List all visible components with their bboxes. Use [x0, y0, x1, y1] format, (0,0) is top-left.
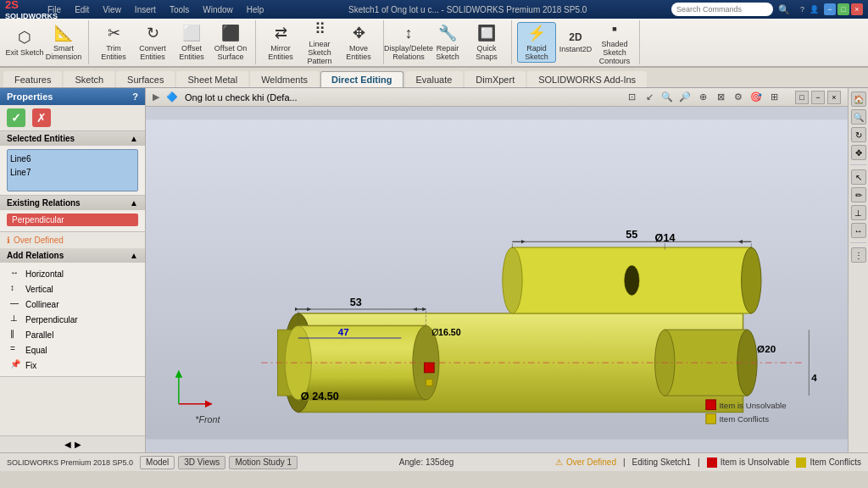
panel-restore-button[interactable]: □	[795, 91, 809, 104]
existing-relations-header[interactable]: Existing Relations ▲	[0, 196, 145, 210]
relation-parallel[interactable]: ∥ Parallel	[7, 327, 138, 342]
fit-view-icon[interactable]: ↙	[642, 90, 657, 105]
nav-next-button[interactable]: ▶	[75, 440, 81, 449]
linear-sketch-pattern-button[interactable]: ⠿ Linear Sketch Pattern	[300, 22, 339, 63]
help-icon[interactable]: ?	[800, 5, 804, 14]
tab-features[interactable]: Features	[3, 71, 62, 87]
section-view-icon[interactable]: ⚙	[731, 90, 746, 105]
model-tab[interactable]: Model	[140, 456, 175, 469]
maximize-button[interactable]: □	[837, 3, 849, 15]
view-selector-icon[interactable]: ⊡	[624, 90, 639, 105]
ribbon-tabs: Features Sketch Surfaces Sheet Metal Wel…	[0, 68, 868, 88]
appearance-icon[interactable]: ⊞	[766, 90, 782, 105]
relation-fix[interactable]: 📌 Fix	[7, 358, 138, 373]
relation-perpendicular[interactable]: ⊥ Perpendicular	[7, 312, 138, 327]
relation-collinear[interactable]: — Collinear	[7, 297, 138, 312]
window-title: Sketch1 of Ong lot u c... - SOLIDWORKS P…	[264, 5, 671, 14]
reject-button[interactable]: ✗	[32, 108, 51, 127]
repair-sketch-button[interactable]: 🔧 Repair Sketch	[428, 22, 467, 63]
offset-entities-button[interactable]: ⬜ Offset Entities	[172, 22, 211, 63]
horizontal-icon: ↔	[10, 268, 22, 280]
rt-dimension-button[interactable]: ↔	[851, 223, 866, 238]
statusbar-center: Angle: 135deg	[304, 458, 548, 467]
search-icon: 🔍	[778, 4, 790, 15]
info-icon: ℹ	[7, 236, 10, 245]
display-style-icon[interactable]: ⊠	[713, 90, 728, 105]
fix-icon: 📌	[10, 359, 22, 371]
nav-prev-button[interactable]: ◀	[64, 440, 71, 449]
panel-minimize-button[interactable]: −	[811, 91, 825, 104]
instant2d-button[interactable]: 2D Instant2D	[556, 22, 595, 63]
smart-dimension-button[interactable]: 📐 Smart Dimension	[44, 22, 83, 63]
rt-rotate-button[interactable]: ↻	[851, 127, 866, 142]
rt-relation-button[interactable]: ⊥	[851, 205, 866, 220]
zoom-out-icon[interactable]: 🔎	[677, 90, 693, 105]
tab-weldments[interactable]: Weldments	[250, 71, 319, 87]
menu-window[interactable]: Window	[203, 5, 233, 14]
search-input[interactable]	[671, 3, 773, 16]
rt-pan-button[interactable]: ✥	[851, 145, 866, 160]
repair-icon: 🔧	[438, 24, 457, 42]
relation-equal[interactable]: = Equal	[7, 342, 138, 358]
close-button[interactable]: ×	[851, 3, 863, 15]
zoom-in-icon[interactable]: 🔍	[659, 90, 675, 105]
offset-on-surface-button[interactable]: ⬛ Offset On Surface	[211, 22, 250, 63]
add-relations-header[interactable]: Add Relations ▲	[0, 248, 145, 263]
quick-snaps-button[interactable]: 🔲 Quick Snaps	[467, 22, 506, 63]
trim-entities-button[interactable]: ✂ Trim Entities	[94, 22, 133, 63]
display-delete-relations-button[interactable]: ↕ Display/Delete Relations	[389, 22, 428, 63]
tab-evaluate[interactable]: Evaluate	[405, 71, 464, 87]
panel-help-icon[interactable]: ?	[132, 92, 138, 102]
entity-line6: Line6	[10, 152, 135, 166]
menu-view[interactable]: View	[103, 5, 121, 14]
convert-entities-button[interactable]: ↻ Convert Entities	[133, 22, 172, 63]
rt-zoom-button[interactable]: 🔍	[851, 109, 866, 125]
menu-edit[interactable]: Edit	[75, 5, 89, 14]
relations-icon: ↕	[405, 25, 413, 42]
tab-surfaces[interactable]: Surfaces	[116, 71, 175, 87]
shaded-sketch-button[interactable]: ▪ Shaded Sketch Contours	[595, 22, 634, 63]
tab-addins[interactable]: SOLIDWORKS Add-Ins	[527, 71, 647, 87]
rt-home-button[interactable]: 🏠	[851, 92, 866, 107]
rt-sketch-button[interactable]: ✏	[851, 187, 866, 202]
view-orientation-icon[interactable]: ⊕	[695, 90, 710, 105]
tab-direct-editing[interactable]: Direct Editing	[320, 71, 403, 87]
expand-icon[interactable]: ▶	[153, 92, 159, 103]
exit-sketch-icon: ⬡	[18, 28, 31, 47]
svg-text:*Front: *Front	[195, 414, 220, 424]
relation-horizontal[interactable]: ↔ Horizontal	[7, 266, 138, 281]
tab-sketch[interactable]: Sketch	[64, 71, 114, 87]
tab-sheet-metal[interactable]: Sheet Metal	[176, 71, 248, 87]
menu-help[interactable]: Help	[247, 5, 264, 14]
relation-vertical[interactable]: ↕ Vertical	[7, 281, 138, 297]
mirror-entities-button[interactable]: ⇄ Mirror Entities	[261, 22, 300, 63]
account-icon[interactable]: 👤	[810, 5, 819, 14]
minimize-button[interactable]: −	[824, 3, 836, 15]
svg-text:Ø14: Ø14	[655, 232, 676, 244]
menu-file[interactable]: File	[47, 5, 61, 14]
menu-insert[interactable]: Insert	[135, 5, 156, 14]
snaps-icon: 🔲	[477, 24, 496, 42]
panel-close-button[interactable]: ×	[827, 91, 841, 104]
svg-text:47: 47	[338, 326, 349, 337]
rt-select-button[interactable]: ↖	[851, 169, 866, 185]
menu-tools[interactable]: Tools	[170, 5, 189, 14]
entity-list: Line6 Line7	[7, 149, 138, 191]
panel-title: Properties	[7, 92, 53, 102]
equal-icon: =	[10, 344, 22, 356]
accept-button[interactable]: ✓	[7, 108, 25, 127]
instant2d-icon: 2D	[569, 31, 581, 43]
motion-study-tab[interactable]: Motion Study 1	[229, 456, 298, 469]
3d-views-tab[interactable]: 3D Views	[178, 456, 225, 469]
rt-more-button[interactable]: ⋮	[851, 247, 866, 263]
hide-show-icon[interactable]: 🎯	[748, 90, 764, 105]
legend-conflicts: Item Conflicts	[796, 458, 861, 468]
perpendicular-relation[interactable]: Perpendicular	[7, 214, 138, 226]
rapid-sketch-button[interactable]: ⚡ Rapid Sketch	[517, 22, 556, 63]
exit-sketch-button[interactable]: ⬡ Exit Sketch	[5, 22, 44, 63]
sketch-canvas[interactable]: 53 47 16.50 Ø Ø 24.50 55 Ø14	[146, 107, 848, 452]
main-toolbar: ⬡ Exit Sketch 📐 Smart Dimension ✂ Trim E…	[0, 19, 868, 68]
move-entities-button[interactable]: ✥ Move Entities	[339, 22, 378, 63]
selected-entities-header[interactable]: Selected Entities ▲	[0, 131, 145, 146]
tab-dimxpert[interactable]: DimXpert	[465, 71, 526, 87]
